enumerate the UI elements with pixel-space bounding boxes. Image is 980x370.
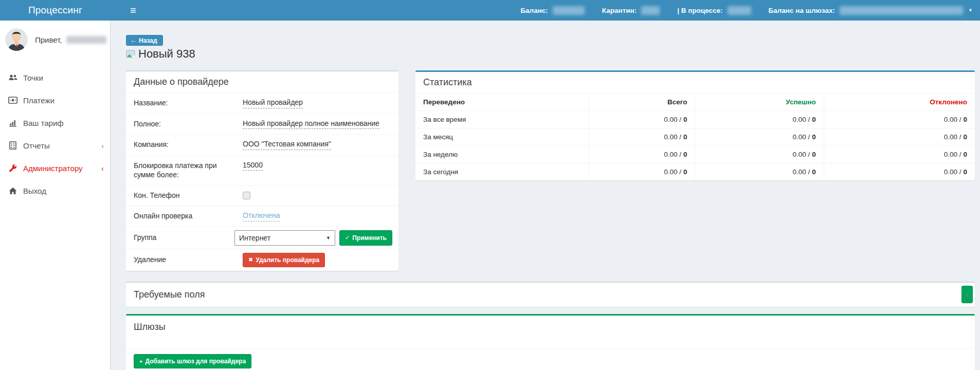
field-label: Онлайн проверка bbox=[126, 206, 242, 227]
report-icon bbox=[8, 141, 18, 150]
provider-row-fullname: Полное: Новый провайдер полное наименова… bbox=[126, 114, 398, 135]
field-label: Блокировка платежа при сумме более: bbox=[126, 156, 242, 186]
column-header-success: Успешно bbox=[695, 94, 824, 111]
required-fields-panel: Требуемые поля + bbox=[126, 282, 975, 307]
panels-row: Данные о провайдере Название: Новый пров… bbox=[126, 70, 975, 271]
provider-row-name: Название: Новый провайдер bbox=[126, 93, 398, 114]
sidebar-item-tariff[interactable]: Ваш тариф bbox=[0, 112, 110, 134]
sidebar: Привет, Точки bbox=[0, 21, 111, 370]
sidebar-toggle-icon[interactable]: ≡ bbox=[126, 0, 140, 21]
greeting: Привет, bbox=[35, 35, 106, 44]
plus-icon: + bbox=[965, 290, 970, 299]
inprocess-label: | В процессе: bbox=[677, 7, 722, 14]
statistics-row-month: За месяц 0.00 /0 0.00 /0 0.00 /0 bbox=[415, 128, 975, 146]
provider-panel-header: Данные о провайдере bbox=[126, 71, 398, 93]
row-label: За сегодня bbox=[415, 163, 589, 181]
check-icon: ✓ bbox=[345, 234, 350, 241]
statistics-row-week: За неделю 0.00 /0 0.00 /0 0.00 /0 bbox=[415, 146, 975, 163]
gateways-header: Шлюзы bbox=[126, 316, 975, 339]
group-select-value: Интернет bbox=[239, 234, 270, 242]
stat-cell: 0.00 /0 bbox=[589, 111, 695, 128]
sidebar-item-points[interactable]: Точки bbox=[0, 66, 110, 89]
field-label: Группа bbox=[126, 228, 233, 248]
caret-down-icon[interactable]: ▼ bbox=[968, 8, 973, 13]
field-label: Кон. Телефон bbox=[126, 186, 242, 206]
stat-cell: 0.00 /0 bbox=[589, 163, 695, 181]
apply-group-button[interactable]: ✓ Применить bbox=[339, 230, 392, 246]
app-brand[interactable]: Процессинг bbox=[0, 0, 111, 21]
topbar-stats: Баланс: Карантин: | В процессе: Баланс н… bbox=[503, 6, 980, 15]
sidebar-item-admin[interactable]: Администратору ‹ bbox=[0, 157, 110, 179]
field-label: Компания: bbox=[126, 135, 242, 155]
row-label: За все время bbox=[415, 111, 589, 128]
statistics-panel-header: Статистика bbox=[415, 72, 975, 94]
cross-icon: ✖ bbox=[248, 256, 253, 263]
provider-block-sum-editable[interactable]: 15000 bbox=[243, 161, 263, 171]
provider-row-group: Группа Интернет ▼ ✓ Применить bbox=[126, 227, 398, 249]
online-check-toggle-link[interactable]: Отключена bbox=[243, 211, 280, 221]
caret-down-icon: ▼ bbox=[326, 235, 331, 240]
field-label: Название: bbox=[126, 93, 242, 114]
main-content: ← Назад Новый 938 Данные о провайдере На… bbox=[111, 21, 980, 370]
group-select[interactable]: Интернет ▼ bbox=[234, 230, 335, 246]
add-gateway-button[interactable]: + Добавить шлюз для провайдера bbox=[134, 354, 251, 368]
statistics-panel-title: Статистика bbox=[423, 77, 472, 87]
delete-provider-button[interactable]: ✖ Удалить провайдера bbox=[243, 253, 325, 267]
column-header-transferred: Переведено bbox=[415, 94, 589, 111]
sidebar-item-logout[interactable]: Выход bbox=[0, 179, 110, 202]
stat-cell: 0.00 /0 bbox=[824, 163, 975, 181]
page-title-text: Новый 938 bbox=[138, 47, 195, 61]
stat-cell: 0.00 /0 bbox=[695, 146, 824, 163]
gateway-balance-stat: Баланс на шлюзах: ▼ bbox=[769, 6, 973, 15]
add-required-field-button[interactable]: + bbox=[961, 286, 973, 303]
add-gateway-label: Добавить шлюз для провайдера bbox=[145, 358, 246, 365]
inprocess-stat: | В процессе: bbox=[677, 6, 751, 15]
column-header-total: Всего bbox=[589, 94, 695, 111]
provider-row-phone: Кон. Телефон bbox=[126, 186, 398, 206]
quarantine-stat: Карантин: bbox=[602, 6, 660, 15]
username-redacted bbox=[66, 36, 106, 44]
statistics-row-today: За сегодня 0.00 /0 0.00 /0 0.00 /0 bbox=[415, 163, 975, 181]
sidebar-item-label: Отчеты bbox=[23, 141, 50, 150]
quarantine-label: Карантин: bbox=[602, 7, 637, 14]
stat-cell: 0.00 /0 bbox=[695, 128, 824, 146]
sidebar-item-label: Точки bbox=[23, 73, 43, 82]
statistics-table: Переведено Всего Успешно Отклонено За вс… bbox=[415, 94, 975, 180]
balance-stat: Баланс: bbox=[520, 6, 584, 15]
sidebar-item-payments[interactable]: Платежи bbox=[0, 89, 110, 112]
greeting-label: Привет, bbox=[35, 35, 62, 44]
balance-value-redacted bbox=[553, 6, 585, 15]
back-button[interactable]: ← Назад bbox=[126, 35, 163, 46]
provider-row-online-check: Онлайн проверка Отключена bbox=[126, 206, 398, 227]
arrow-left-icon: ← bbox=[130, 36, 137, 44]
inprocess-value-redacted bbox=[728, 6, 751, 15]
stat-cell: 0.00 /0 bbox=[695, 163, 824, 181]
stat-cell: 0.00 /0 bbox=[589, 128, 695, 146]
statistics-panel: Статистика Переведено Всего Успешно Откл… bbox=[415, 70, 975, 180]
provider-fullname-editable[interactable]: Новый провайдер полное наименование bbox=[243, 119, 379, 130]
user-avatar bbox=[5, 28, 28, 51]
chevron-left-icon: ‹ bbox=[101, 164, 104, 173]
stat-cell: 0.00 /0 bbox=[824, 128, 975, 146]
provider-name-editable[interactable]: Новый провайдер bbox=[243, 98, 303, 108]
sidebar-item-reports[interactable]: Отчеты ‹ bbox=[0, 134, 110, 157]
sidebar-item-label: Платежи bbox=[23, 96, 55, 105]
money-icon bbox=[8, 97, 18, 104]
phone-checkbox[interactable] bbox=[243, 192, 250, 199]
statistics-row-alltime: За все время 0.00 /0 0.00 /0 0.00 /0 bbox=[415, 111, 975, 128]
gateways-body-empty bbox=[126, 339, 975, 349]
provider-company-editable[interactable]: ООО "Тестовая компания" bbox=[243, 140, 331, 150]
home-icon bbox=[8, 187, 18, 195]
row-label: За неделю bbox=[415, 146, 589, 163]
bar-chart-icon bbox=[8, 119, 18, 127]
field-label: Полное: bbox=[126, 114, 242, 135]
statistics-header-row: Переведено Всего Успешно Отклонено bbox=[415, 94, 975, 111]
back-button-label: Назад bbox=[139, 37, 157, 44]
provider-row-company: Компания: ООО "Тестовая компания" bbox=[126, 135, 398, 156]
provider-data-panel: Данные о провайдере Название: Новый пров… bbox=[126, 70, 398, 271]
sidebar-item-label: Ваш тариф bbox=[23, 119, 64, 127]
plus-icon: + bbox=[139, 358, 142, 364]
sidebar-item-label: Администратору bbox=[23, 164, 83, 173]
row-label: За месяц bbox=[415, 128, 589, 146]
field-label: Удаление bbox=[126, 250, 242, 270]
